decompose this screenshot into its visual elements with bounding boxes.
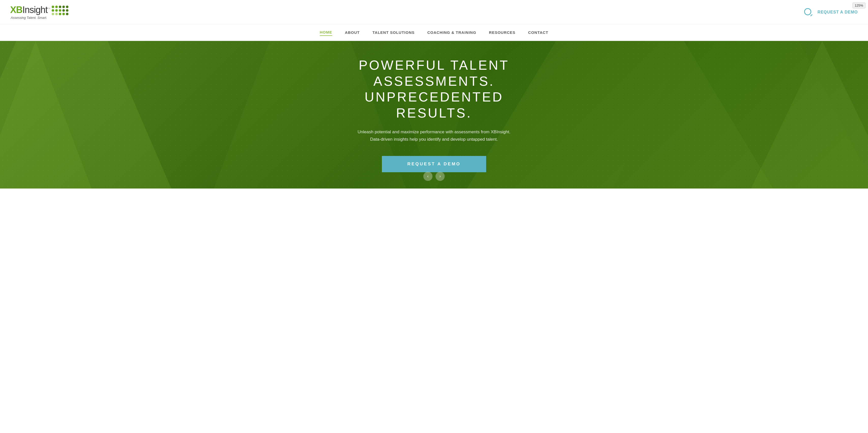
main-nav: HOME ABOUT TALENT SOLUTIONS COACHING & T…	[0, 24, 868, 41]
logo-dots	[52, 6, 68, 15]
logo-tagline: Assessing Talent. Smart.	[10, 16, 68, 20]
hero-title: POWERFUL TALENT ASSESSMENTS. UNPRECEDENT…	[324, 57, 544, 121]
logo-text: XBInsight™	[10, 5, 50, 15]
request-demo-header-link[interactable]: REQUEST A DEMO	[817, 10, 858, 14]
svg-marker-0	[0, 41, 217, 188]
nav-item-about[interactable]: ABOUT	[345, 29, 360, 36]
hero-subtitle: Unleash potential and maximize performan…	[324, 128, 544, 143]
site-header: XBInsight™ Assessing Talent. Smart. REQU…	[0, 0, 868, 24]
logo: XBInsight™ Assessing Talent. Smart.	[10, 5, 68, 20]
nav-item-talent-solutions[interactable]: TALENT SOLUTIONS	[372, 29, 415, 36]
nav-item-coaching-training[interactable]: COACHING & TRAINING	[427, 29, 476, 36]
nav-item-home[interactable]: HOME	[320, 29, 332, 36]
header-actions: REQUEST A DEMO	[803, 7, 858, 17]
zoom-indicator: 125%	[852, 3, 865, 8]
nav-item-resources[interactable]: RESOURCES	[489, 29, 516, 36]
search-icon	[804, 8, 811, 15]
nav-item-contact[interactable]: CONTACT	[528, 29, 548, 36]
slider-prev-button[interactable]: ‹	[423, 172, 432, 181]
hero-section: POWERFUL TALENT ASSESSMENTS. UNPRECEDENT…	[0, 41, 868, 188]
search-button[interactable]	[803, 7, 812, 17]
slider-controls: ‹ ›	[423, 172, 445, 181]
hero-content: POWERFUL TALENT ASSESSMENTS. UNPRECEDENT…	[319, 57, 549, 172]
hero-cta-button[interactable]: REQUEST A DEMO	[382, 156, 486, 172]
slider-next-button[interactable]: ›	[436, 172, 445, 181]
